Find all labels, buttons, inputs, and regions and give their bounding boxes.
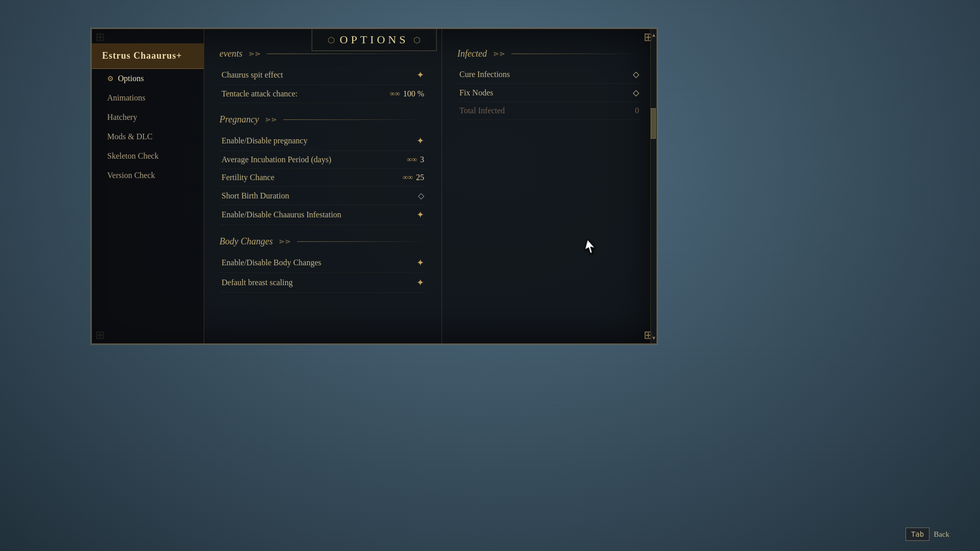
setting-total-infected: Total Infected 0 bbox=[457, 102, 641, 120]
fix-nodes-diamond[interactable]: ◇ bbox=[633, 88, 639, 97]
dialog-panel: ⊞ ⊞ ⊞ ⊞ ⬡ OPTIONS ⬡ Estrus Chaaurus+ ⚙ O… bbox=[91, 28, 657, 344]
scrollbar-track[interactable]: ▲ ▼ bbox=[650, 29, 656, 343]
cure-infections-diamond[interactable]: ◇ bbox=[633, 69, 639, 79]
section-pregnancy-title: Pregnancy bbox=[219, 114, 259, 125]
section-pregnancy-header: Pregnancy ⋗⋗ bbox=[219, 114, 426, 125]
setting-chaurus-spit[interactable]: Chaurus spit effect ✦ bbox=[219, 65, 426, 85]
setting-tentacle-attack[interactable]: Tentacle attack chance: ∞∞ 100 % bbox=[219, 85, 426, 103]
plugin-name: Estrus Chaaurus+ bbox=[102, 51, 182, 61]
section-infected-deco: ⋗⋗ bbox=[493, 49, 505, 58]
infinity-icon-2: ∞∞ bbox=[407, 156, 417, 164]
short-birth-diamond[interactable]: ◇ bbox=[418, 191, 424, 201]
sidebar: Estrus Chaaurus+ ⚙ Options Animations Ha… bbox=[92, 29, 204, 343]
cure-infections-label: Cure Infections bbox=[459, 70, 510, 79]
total-infected-label: Total Infected bbox=[459, 106, 505, 115]
tentacle-attack-value: ∞∞ 100 % bbox=[390, 89, 424, 98]
back-label: Back bbox=[934, 530, 949, 539]
enable-body-toggle[interactable]: ✦ bbox=[416, 257, 424, 268]
section-body-changes-title: Body Changes bbox=[219, 236, 273, 247]
breast-scaling-toggle[interactable]: ✦ bbox=[416, 277, 424, 288]
incubation-period-number: 3 bbox=[420, 155, 424, 164]
section-infected-title: Infected bbox=[457, 48, 487, 59]
bottom-nav: Tab Back bbox=[905, 528, 949, 541]
scrollbar-thumb[interactable] bbox=[651, 108, 656, 139]
incubation-period-value: ∞∞ 3 bbox=[407, 155, 424, 164]
setting-enable-pregnancy[interactable]: Enable/Disable pregnancy ✦ bbox=[219, 131, 426, 151]
section-events-line bbox=[267, 54, 426, 54]
short-birth-label: Short Birth Duration bbox=[222, 191, 289, 201]
scrollbar-down-arrow[interactable]: ▼ bbox=[651, 334, 657, 341]
section-body-line bbox=[297, 241, 426, 242]
sidebar-item-skeleton-check[interactable]: Skeleton Check bbox=[92, 146, 204, 166]
chaurus-infestation-toggle[interactable]: ✦ bbox=[416, 209, 424, 220]
enable-pregnancy-label: Enable/Disable pregnancy bbox=[222, 136, 307, 145]
sidebar-item-options[interactable]: ⚙ Options bbox=[92, 69, 204, 88]
tab-key: Tab bbox=[905, 528, 929, 541]
gear-icon: ⚙ bbox=[107, 74, 114, 83]
setting-fix-nodes[interactable]: Fix Nodes ◇ bbox=[457, 84, 641, 102]
fertility-chance-value: ∞∞ 25 bbox=[403, 173, 424, 182]
left-panel: events ⋗⋗ Chaurus spit effect ✦ Tentacle… bbox=[204, 29, 442, 343]
sidebar-item-mods-dlc[interactable]: Mods & DLC bbox=[92, 127, 204, 146]
section-events-deco: ⋗⋗ bbox=[249, 49, 261, 58]
setting-breast-scaling[interactable]: Default breast scaling ✦ bbox=[219, 273, 426, 293]
incubation-period-label: Average Incubation Period (days) bbox=[222, 155, 331, 164]
section-events-title: events bbox=[219, 48, 242, 59]
sidebar-item-hatchery[interactable]: Hatchery bbox=[92, 108, 204, 127]
fertility-chance-label: Fertility Chance bbox=[222, 173, 275, 182]
total-infected-value: 0 bbox=[635, 106, 639, 115]
setting-chaurus-infestation[interactable]: Enable/Disable Chaaurus Infestation ✦ bbox=[219, 205, 426, 225]
sidebar-label-animations: Animations bbox=[107, 93, 145, 103]
sidebar-label-skeleton-check: Skeleton Check bbox=[107, 152, 159, 161]
infinity-icon-3: ∞∞ bbox=[403, 173, 413, 182]
fix-nodes-label: Fix Nodes bbox=[459, 88, 493, 97]
content-area: events ⋗⋗ Chaurus spit effect ✦ Tentacle… bbox=[204, 29, 656, 343]
sidebar-label-hatchery: Hatchery bbox=[107, 113, 137, 122]
chaurus-spit-toggle[interactable]: ✦ bbox=[416, 69, 424, 81]
fertility-chance-number: 25 bbox=[416, 173, 424, 182]
sidebar-item-version-check[interactable]: Version Check bbox=[92, 166, 204, 185]
infinity-icon: ∞∞ bbox=[390, 90, 400, 98]
sidebar-plugin-header[interactable]: Estrus Chaaurus+ bbox=[92, 43, 204, 69]
setting-incubation-period[interactable]: Average Incubation Period (days) ∞∞ 3 bbox=[219, 151, 426, 169]
enable-body-label: Enable/Disable Body Changes bbox=[222, 258, 322, 267]
section-pregnancy-line bbox=[283, 119, 426, 120]
right-panel: Infected ⋗⋗ Cure Infections ◇ Fix Nodes … bbox=[442, 29, 656, 343]
breast-scaling-label: Default breast scaling bbox=[222, 278, 293, 287]
section-body-deco: ⋗⋗ bbox=[279, 237, 291, 246]
enable-pregnancy-toggle[interactable]: ✦ bbox=[416, 135, 424, 146]
chaurus-spit-label: Chaurus spit effect bbox=[222, 70, 283, 80]
section-events-header: events ⋗⋗ bbox=[219, 48, 426, 59]
scrollbar-up-arrow[interactable]: ▲ bbox=[651, 31, 657, 38]
section-infected-line bbox=[511, 54, 641, 54]
sidebar-item-animations[interactable]: Animations bbox=[92, 88, 204, 108]
sidebar-label-mods-dlc: Mods & DLC bbox=[107, 132, 153, 141]
section-body-changes-header: Body Changes ⋗⋗ bbox=[219, 236, 426, 247]
sidebar-label-options: Options bbox=[118, 74, 144, 83]
section-infected-header: Infected ⋗⋗ bbox=[457, 48, 641, 59]
setting-cure-infections[interactable]: Cure Infections ◇ bbox=[457, 65, 641, 84]
sidebar-label-version-check: Version Check bbox=[107, 171, 155, 180]
setting-short-birth[interactable]: Short Birth Duration ◇ bbox=[219, 187, 426, 205]
section-pregnancy-deco: ⋗⋗ bbox=[265, 115, 277, 124]
setting-enable-body[interactable]: Enable/Disable Body Changes ✦ bbox=[219, 253, 426, 273]
tentacle-attack-label: Tentacle attack chance: bbox=[222, 89, 298, 98]
tentacle-attack-number: 100 % bbox=[403, 89, 424, 98]
setting-fertility-chance[interactable]: Fertility Chance ∞∞ 25 bbox=[219, 169, 426, 187]
chaurus-infestation-label: Enable/Disable Chaaurus Infestation bbox=[222, 210, 341, 219]
